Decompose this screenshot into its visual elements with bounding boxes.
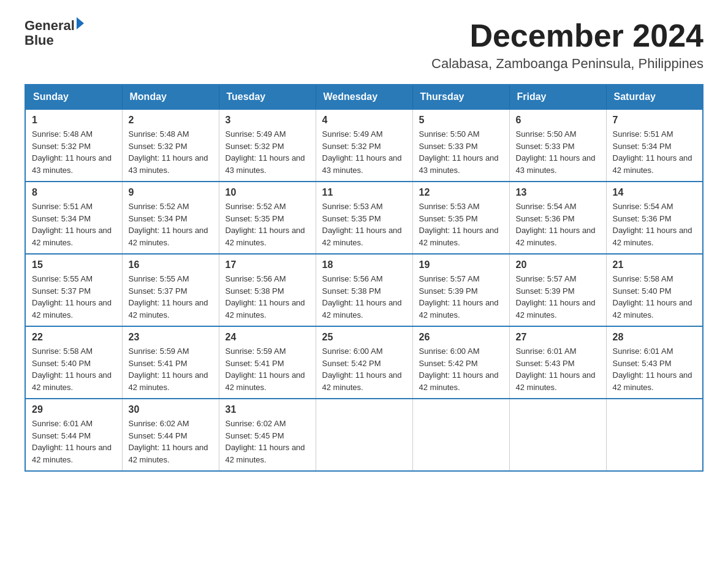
calendar-cell: 3 Sunrise: 5:49 AM Sunset: 5:32 PM Dayli… bbox=[219, 109, 316, 182]
day-number: 24 bbox=[226, 332, 309, 343]
calendar-cell: 25 Sunrise: 6:00 AM Sunset: 5:42 PM Dayl… bbox=[316, 326, 412, 399]
calendar-cell: 10 Sunrise: 5:52 AM Sunset: 5:35 PM Dayl… bbox=[219, 182, 316, 254]
calendar-cell: 6 Sunrise: 5:50 AM Sunset: 5:33 PM Dayli… bbox=[509, 109, 606, 182]
calendar-table: SundayMondayTuesdayWednesdayThursdayFrid… bbox=[25, 84, 703, 472]
day-number: 15 bbox=[32, 259, 116, 270]
day-number: 17 bbox=[226, 259, 309, 270]
day-number: 20 bbox=[516, 259, 600, 270]
calendar-cell: 2 Sunrise: 5:48 AM Sunset: 5:32 PM Dayli… bbox=[122, 109, 219, 182]
calendar-cell: 13 Sunrise: 5:54 AM Sunset: 5:36 PM Dayl… bbox=[509, 182, 606, 254]
day-number: 18 bbox=[322, 259, 406, 270]
day-number: 31 bbox=[226, 404, 309, 415]
calendar-cell: 24 Sunrise: 5:59 AM Sunset: 5:41 PM Dayl… bbox=[219, 326, 316, 399]
calendar-week-row: 29 Sunrise: 6:01 AM Sunset: 5:44 PM Dayl… bbox=[25, 399, 703, 471]
day-info: Sunrise: 5:58 AM Sunset: 5:40 PM Dayligh… bbox=[32, 345, 116, 393]
day-number: 13 bbox=[516, 187, 600, 198]
calendar-cell: 9 Sunrise: 5:52 AM Sunset: 5:34 PM Dayli… bbox=[122, 182, 219, 254]
day-number: 1 bbox=[32, 115, 116, 126]
day-info: Sunrise: 5:48 AM Sunset: 5:32 PM Dayligh… bbox=[32, 128, 116, 176]
day-info: Sunrise: 5:52 AM Sunset: 5:34 PM Dayligh… bbox=[129, 201, 213, 248]
day-number: 27 bbox=[516, 332, 600, 343]
day-info: Sunrise: 6:01 AM Sunset: 5:43 PM Dayligh… bbox=[613, 345, 697, 393]
day-number: 30 bbox=[129, 404, 213, 415]
day-info: Sunrise: 5:59 AM Sunset: 5:41 PM Dayligh… bbox=[129, 345, 213, 393]
location-subtitle: Calabasa, Zamboanga Peninsula, Philippin… bbox=[431, 56, 703, 72]
title-area: December 2024 Calabasa, Zamboanga Penins… bbox=[431, 18, 703, 72]
day-number: 22 bbox=[32, 332, 116, 343]
calendar-week-row: 22 Sunrise: 5:58 AM Sunset: 5:40 PM Dayl… bbox=[25, 326, 703, 399]
day-info: Sunrise: 6:02 AM Sunset: 5:44 PM Dayligh… bbox=[129, 418, 213, 465]
calendar-cell bbox=[412, 399, 509, 471]
day-number: 9 bbox=[129, 187, 213, 198]
day-info: Sunrise: 5:56 AM Sunset: 5:38 PM Dayligh… bbox=[226, 273, 309, 321]
day-info: Sunrise: 5:49 AM Sunset: 5:32 PM Dayligh… bbox=[322, 128, 406, 176]
calendar-cell bbox=[606, 399, 703, 471]
day-info: Sunrise: 5:50 AM Sunset: 5:33 PM Dayligh… bbox=[516, 128, 600, 176]
calendar-cell: 17 Sunrise: 5:56 AM Sunset: 5:38 PM Dayl… bbox=[219, 254, 316, 326]
header-thursday: Thursday bbox=[412, 85, 509, 109]
calendar-cell: 16 Sunrise: 5:55 AM Sunset: 5:37 PM Dayl… bbox=[122, 254, 219, 326]
day-info: Sunrise: 5:50 AM Sunset: 5:33 PM Dayligh… bbox=[419, 128, 503, 176]
day-info: Sunrise: 5:53 AM Sunset: 5:35 PM Dayligh… bbox=[419, 201, 503, 248]
day-number: 4 bbox=[322, 115, 406, 126]
day-number: 19 bbox=[419, 259, 503, 270]
calendar-cell: 15 Sunrise: 5:55 AM Sunset: 5:37 PM Dayl… bbox=[25, 254, 122, 326]
day-info: Sunrise: 6:00 AM Sunset: 5:42 PM Dayligh… bbox=[419, 345, 503, 393]
calendar-cell: 26 Sunrise: 6:00 AM Sunset: 5:42 PM Dayl… bbox=[412, 326, 509, 399]
calendar-week-row: 1 Sunrise: 5:48 AM Sunset: 5:32 PM Dayli… bbox=[25, 109, 703, 182]
calendar-cell: 12 Sunrise: 5:53 AM Sunset: 5:35 PM Dayl… bbox=[412, 182, 509, 254]
day-info: Sunrise: 5:55 AM Sunset: 5:37 PM Dayligh… bbox=[32, 273, 116, 321]
calendar-cell: 14 Sunrise: 5:54 AM Sunset: 5:36 PM Dayl… bbox=[606, 182, 703, 254]
day-number: 11 bbox=[322, 187, 406, 198]
calendar-cell: 4 Sunrise: 5:49 AM Sunset: 5:32 PM Dayli… bbox=[316, 109, 412, 182]
day-number: 5 bbox=[419, 115, 503, 126]
day-info: Sunrise: 6:01 AM Sunset: 5:43 PM Dayligh… bbox=[516, 345, 600, 393]
calendar-cell: 8 Sunrise: 5:51 AM Sunset: 5:34 PM Dayli… bbox=[25, 182, 122, 254]
calendar-cell: 19 Sunrise: 5:57 AM Sunset: 5:39 PM Dayl… bbox=[412, 254, 509, 326]
calendar-cell: 20 Sunrise: 5:57 AM Sunset: 5:39 PM Dayl… bbox=[509, 254, 606, 326]
day-number: 8 bbox=[32, 187, 116, 198]
day-info: Sunrise: 5:52 AM Sunset: 5:35 PM Dayligh… bbox=[226, 201, 309, 248]
day-info: Sunrise: 5:51 AM Sunset: 5:34 PM Dayligh… bbox=[32, 201, 116, 248]
calendar-cell: 27 Sunrise: 6:01 AM Sunset: 5:43 PM Dayl… bbox=[509, 326, 606, 399]
day-info: Sunrise: 5:48 AM Sunset: 5:32 PM Dayligh… bbox=[129, 128, 213, 176]
day-number: 23 bbox=[129, 332, 213, 343]
header-monday: Monday bbox=[122, 85, 219, 109]
header-sunday: Sunday bbox=[25, 85, 122, 109]
calendar-cell: 21 Sunrise: 5:58 AM Sunset: 5:40 PM Dayl… bbox=[606, 254, 703, 326]
day-number: 25 bbox=[322, 332, 406, 343]
calendar-cell: 18 Sunrise: 5:56 AM Sunset: 5:38 PM Dayl… bbox=[316, 254, 412, 326]
day-number: 12 bbox=[419, 187, 503, 198]
day-info: Sunrise: 5:57 AM Sunset: 5:39 PM Dayligh… bbox=[516, 273, 600, 321]
day-info: Sunrise: 6:01 AM Sunset: 5:44 PM Dayligh… bbox=[32, 418, 116, 465]
day-number: 26 bbox=[419, 332, 503, 343]
calendar-cell: 5 Sunrise: 5:50 AM Sunset: 5:33 PM Dayli… bbox=[412, 109, 509, 182]
header-friday: Friday bbox=[509, 85, 606, 109]
calendar-cell: 29 Sunrise: 6:01 AM Sunset: 5:44 PM Dayl… bbox=[25, 399, 122, 471]
calendar-cell: 7 Sunrise: 5:51 AM Sunset: 5:34 PM Dayli… bbox=[606, 109, 703, 182]
day-info: Sunrise: 5:56 AM Sunset: 5:38 PM Dayligh… bbox=[322, 273, 406, 321]
logo-text-general: General bbox=[25, 18, 75, 33]
calendar-cell bbox=[509, 399, 606, 471]
header-wednesday: Wednesday bbox=[316, 85, 412, 109]
day-number: 2 bbox=[129, 115, 213, 126]
calendar-cell bbox=[316, 399, 412, 471]
day-info: Sunrise: 5:55 AM Sunset: 5:37 PM Dayligh… bbox=[129, 273, 213, 321]
day-info: Sunrise: 5:49 AM Sunset: 5:32 PM Dayligh… bbox=[226, 128, 309, 176]
calendar-cell: 23 Sunrise: 5:59 AM Sunset: 5:41 PM Dayl… bbox=[122, 326, 219, 399]
logo: General Blue bbox=[25, 18, 84, 48]
calendar-cell: 31 Sunrise: 6:02 AM Sunset: 5:45 PM Dayl… bbox=[219, 399, 316, 471]
day-info: Sunrise: 5:54 AM Sunset: 5:36 PM Dayligh… bbox=[613, 201, 697, 248]
calendar-week-row: 8 Sunrise: 5:51 AM Sunset: 5:34 PM Dayli… bbox=[25, 182, 703, 254]
day-number: 28 bbox=[613, 332, 697, 343]
day-number: 3 bbox=[226, 115, 309, 126]
page-header: General Blue December 2024 Calabasa, Zam… bbox=[25, 18, 703, 72]
day-info: Sunrise: 5:58 AM Sunset: 5:40 PM Dayligh… bbox=[613, 273, 697, 321]
calendar-header-row: SundayMondayTuesdayWednesdayThursdayFrid… bbox=[25, 85, 703, 109]
calendar-week-row: 15 Sunrise: 5:55 AM Sunset: 5:37 PM Dayl… bbox=[25, 254, 703, 326]
day-info: Sunrise: 6:00 AM Sunset: 5:42 PM Dayligh… bbox=[322, 345, 406, 393]
day-info: Sunrise: 5:51 AM Sunset: 5:34 PM Dayligh… bbox=[613, 128, 697, 176]
day-number: 10 bbox=[226, 187, 309, 198]
day-number: 16 bbox=[129, 259, 213, 270]
day-number: 6 bbox=[516, 115, 600, 126]
